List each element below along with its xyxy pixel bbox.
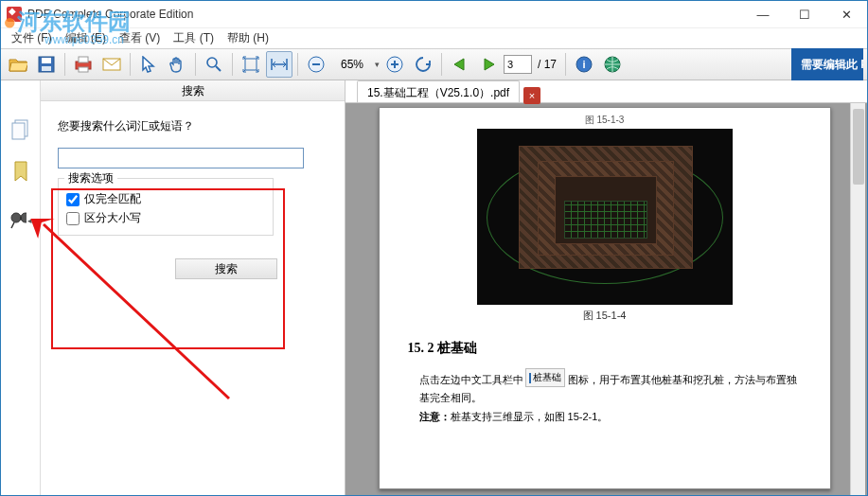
whole-word-checkbox[interactable]: 仅完全匹配	[66, 191, 265, 207]
search-options-legend: 搜索选项	[64, 170, 117, 186]
maximize-button[interactable]: ☐	[784, 1, 825, 27]
svg-text:i: i	[582, 59, 585, 70]
menu-file[interactable]: 文件 (F)	[5, 28, 59, 48]
fit-page-button[interactable]	[238, 51, 264, 78]
tab-close-button[interactable]: ×	[523, 87, 540, 104]
svg-rect-4	[79, 57, 88, 62]
search-panel: 搜索 您要搜索什么词汇或短语？ 搜索选项 仅完全匹配 区分大小写 搜索	[41, 80, 345, 495]
svg-rect-5	[79, 67, 88, 72]
menu-edit[interactable]: 编辑 (E)	[59, 28, 113, 48]
svg-point-23	[11, 213, 21, 222]
menu-help[interactable]: 帮助 (H)	[221, 28, 275, 48]
paragraph-2: 注意：桩基支持三维显示，如图 15-2-1。	[419, 408, 804, 427]
inline-tool-icon: 桩基础	[525, 368, 565, 387]
document-area: 15.基础工程（V25.1.0）.pdf × 图 15-1-3 图 15-1-4…	[345, 80, 867, 495]
app-icon	[7, 7, 22, 22]
edit-banner[interactable]: 需要编辑此 P	[791, 48, 863, 80]
figure-caption: 图 15-1-4	[406, 309, 804, 323]
page-number-input[interactable]	[504, 55, 532, 74]
close-button[interactable]: ✕	[825, 1, 867, 27]
info-button[interactable]: i	[571, 51, 597, 78]
web-button[interactable]	[599, 51, 626, 78]
window-title: PDF Complete Corporate Edition	[27, 8, 193, 21]
open-button[interactable]	[5, 51, 31, 78]
vertical-scrollbar[interactable]	[850, 103, 865, 495]
figure-caption-top: 图 15-1-3	[406, 114, 804, 127]
menu-bar: 文件 (F) 编辑 (E) 查看 (V) 工具 (T) 帮助 (H)	[1, 28, 867, 48]
svg-rect-1	[42, 58, 51, 63]
svg-rect-9	[245, 59, 257, 70]
pdf-page: 图 15-1-3 图 15-1-4 15. 2 桩基础 点击左边中文工具栏中 桩…	[379, 107, 831, 489]
svg-point-7	[207, 58, 217, 67]
save-button[interactable]	[33, 51, 60, 78]
svg-rect-22	[12, 123, 25, 139]
menu-view[interactable]: 查看 (V)	[113, 28, 167, 48]
hand-tool[interactable]	[164, 51, 190, 78]
prev-page-button[interactable]	[447, 51, 473, 78]
section-heading: 15. 2 桩基础	[408, 340, 804, 357]
print-button[interactable]	[70, 51, 97, 78]
rotate-button[interactable]	[410, 51, 436, 78]
minimize-button[interactable]: ―	[742, 1, 784, 27]
svg-rect-25	[20, 217, 22, 220]
menu-tools[interactable]: 工具 (T)	[167, 28, 221, 48]
search-prompt: 您要搜索什么词汇或短语？	[58, 118, 333, 134]
toolbar: 65% ▾ / 17 i 需要编辑此 P	[1, 48, 867, 80]
mail-button[interactable]	[98, 51, 125, 78]
side-strip: ◂	[1, 80, 41, 495]
zoom-tool[interactable]	[201, 51, 227, 78]
search-panel-title: 搜索	[41, 80, 345, 101]
pages-panel-icon[interactable]	[9, 118, 32, 141]
zoom-in-button[interactable]	[381, 51, 408, 78]
paragraph-1: 点击左边中文工具栏中 桩基础 图标，用于布置其他桩基和挖孔桩，方法与布置独基完全…	[419, 368, 804, 408]
search-options-group: 搜索选项 仅完全匹配 区分大小写	[58, 178, 274, 236]
select-tool[interactable]	[135, 51, 162, 78]
zoom-value: 65%	[331, 58, 373, 71]
title-bar: PDF Complete Corporate Edition ― ☐ ✕	[1, 1, 867, 28]
svg-rect-2	[42, 66, 51, 71]
match-case-checkbox[interactable]: 区分大小写	[66, 210, 265, 226]
tab-strip: 15.基础工程（V25.1.0）.pdf ×	[345, 80, 867, 103]
next-page-button[interactable]	[475, 51, 502, 78]
search-button[interactable]: 搜索	[175, 258, 277, 279]
page-total: / 17	[534, 58, 560, 71]
zoom-out-button[interactable]	[303, 51, 329, 78]
document-tab[interactable]: 15.基础工程（V25.1.0）.pdf	[357, 80, 520, 102]
figure-image	[477, 129, 733, 305]
bookmarks-panel-icon[interactable]	[9, 160, 32, 183]
svg-line-8	[216, 66, 221, 71]
zoom-dropdown-icon[interactable]: ▾	[375, 60, 380, 69]
search-panel-icon[interactable]: ◂	[9, 209, 32, 232]
fit-width-button[interactable]	[266, 51, 292, 78]
search-input[interactable]	[58, 148, 304, 168]
